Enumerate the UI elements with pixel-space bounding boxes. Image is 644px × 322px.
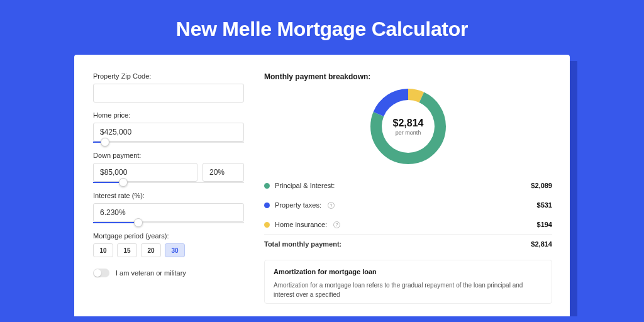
total-value: $2,814 xyxy=(531,240,552,248)
interest-rate-input[interactable] xyxy=(93,203,244,222)
home-price-label: Home price: xyxy=(93,111,244,119)
breakdown-total-row: Total monthly payment: $2,814 xyxy=(264,234,552,253)
down-payment-block: Down payment: xyxy=(93,152,244,183)
info-icon[interactable]: ? xyxy=(333,221,340,228)
veteran-row: I am veteran or military xyxy=(93,269,244,277)
donut-center: $2,814 per month xyxy=(382,100,435,153)
down-payment-input[interactable] xyxy=(93,163,197,182)
down-payment-label: Down payment: xyxy=(93,152,244,159)
page-title: New Melle Mortgage Calculator xyxy=(0,18,644,41)
period-label: Mortgage period (years): xyxy=(93,232,244,240)
veteran-toggle-knob xyxy=(94,269,101,277)
zip-input[interactable] xyxy=(93,84,244,103)
hero: New Melle Mortgage Calculator xyxy=(0,0,644,55)
veteran-toggle[interactable] xyxy=(93,269,109,277)
amortization-card: Amortization for mortgage loan Amortizat… xyxy=(264,260,552,304)
amortization-title: Amortization for mortgage loan xyxy=(274,268,543,275)
card-shadow: Property Zip Code: Home price: Down paym… xyxy=(74,55,570,316)
veteran-label: I am veteran or military xyxy=(116,269,186,277)
breakdown-list: Principal & Interest:$2,089Property taxe… xyxy=(264,175,552,234)
interest-rate-label: Interest rate (%): xyxy=(93,192,244,199)
home-price-input[interactable] xyxy=(93,123,244,142)
breakdown-title: Monthly payment breakdown: xyxy=(264,72,552,81)
donut-value: $2,814 xyxy=(393,118,424,129)
home-price-slider-thumb[interactable] xyxy=(101,138,109,147)
breakdown-value: $194 xyxy=(537,221,552,228)
total-label: Total monthly payment: xyxy=(264,240,341,248)
donut-wrap: $2,814 per month xyxy=(264,87,552,165)
down-payment-slider-thumb[interactable] xyxy=(119,178,128,187)
info-icon[interactable]: ? xyxy=(328,202,335,209)
calculator-card: Property Zip Code: Home price: Down paym… xyxy=(74,55,570,316)
amortization-text: Amortization for a mortgage loan refers … xyxy=(274,280,543,299)
down-payment-slider[interactable] xyxy=(93,182,244,183)
breakdown-row: Home insurance:?$194 xyxy=(264,214,552,234)
breakdown-row: Principal & Interest:$2,089 xyxy=(264,175,552,195)
breakdown-label: Property taxes: xyxy=(275,201,321,209)
period-option-15[interactable]: 15 xyxy=(117,243,137,257)
period-option-30[interactable]: 30 xyxy=(165,243,185,257)
period-block: Mortgage period (years): 10152030 xyxy=(93,232,244,257)
zip-label: Property Zip Code: xyxy=(93,72,244,80)
breakdown-label: Principal & Interest: xyxy=(275,182,335,189)
legend-dot xyxy=(264,183,270,189)
donut-chart: $2,814 per month xyxy=(369,87,447,165)
down-payment-pct-input[interactable] xyxy=(203,163,244,182)
legend-dot xyxy=(264,203,270,208)
home-price-slider[interactable] xyxy=(93,142,244,143)
home-price-block: Home price: xyxy=(93,111,244,143)
interest-rate-slider-fill xyxy=(93,222,138,223)
interest-rate-slider[interactable] xyxy=(93,222,244,223)
zip-field-block: Property Zip Code: xyxy=(93,72,244,103)
breakdown-label: Home insurance: xyxy=(275,221,327,228)
legend-dot xyxy=(264,222,270,228)
interest-rate-slider-thumb[interactable] xyxy=(134,218,143,227)
period-options: 10152030 xyxy=(93,243,244,257)
form-column: Property Zip Code: Home price: Down paym… xyxy=(93,72,244,304)
breakdown-value: $531 xyxy=(537,201,552,209)
breakdown-row: Property taxes:?$531 xyxy=(264,195,552,214)
interest-rate-block: Interest rate (%): xyxy=(93,192,244,223)
breakdown-value: $2,089 xyxy=(531,182,552,189)
period-option-10[interactable]: 10 xyxy=(93,243,113,257)
period-option-20[interactable]: 20 xyxy=(141,243,161,257)
donut-sublabel: per month xyxy=(396,130,421,136)
breakdown-column: Monthly payment breakdown: $2,814 per mo… xyxy=(264,72,552,304)
